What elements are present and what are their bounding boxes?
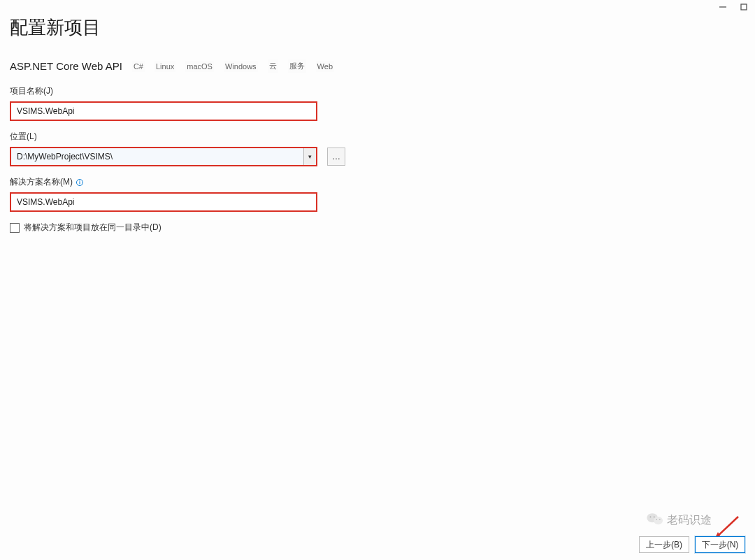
svg-point-6 xyxy=(654,517,663,524)
watermark-text: 老码识途 xyxy=(667,513,712,528)
same-directory-label: 将解决方案和项目放在同一目录中(D) xyxy=(24,222,161,234)
location-combobox[interactable]: ▾ xyxy=(10,147,317,166)
same-directory-row[interactable]: 将解决方案和项目放在同一目录中(D) xyxy=(10,222,745,234)
svg-rect-4 xyxy=(79,182,80,184)
template-tag: Windows xyxy=(224,61,258,72)
template-tag: 云 xyxy=(268,59,278,73)
location-dropdown-button[interactable]: ▾ xyxy=(303,148,316,165)
same-directory-checkbox[interactable] xyxy=(10,223,20,233)
template-tag: C# xyxy=(132,61,145,72)
project-name-label: 项目名称(J) xyxy=(10,85,745,97)
svg-point-3 xyxy=(79,180,80,181)
solution-name-input[interactable] xyxy=(10,192,317,212)
page-title: 配置新项目 xyxy=(10,15,745,40)
minimize-button[interactable] xyxy=(719,3,727,11)
wechat-icon xyxy=(646,510,664,531)
template-tag: Web xyxy=(316,61,334,72)
back-button[interactable]: 上一步(B) xyxy=(639,536,689,553)
chevron-down-icon: ▾ xyxy=(308,153,312,160)
solution-name-label: 解决方案名称(M) xyxy=(10,176,73,188)
maximize-button[interactable] xyxy=(740,3,748,11)
watermark: 老码识途 xyxy=(646,510,712,531)
template-tag: Linux xyxy=(154,61,175,72)
location-input[interactable] xyxy=(11,148,303,165)
template-row: ASP.NET Core Web API C# Linux macOS Wind… xyxy=(10,59,745,73)
template-tag: macOS xyxy=(185,61,214,72)
project-name-group: 项目名称(J) xyxy=(10,85,745,121)
location-group: 位置(L) ▾ … xyxy=(10,131,745,166)
template-tag: 服务 xyxy=(288,59,306,73)
svg-point-7 xyxy=(650,516,652,517)
wizard-footer: 上一步(B) 下一步(N) xyxy=(639,536,745,553)
info-icon[interactable] xyxy=(76,178,84,187)
wizard-content: 配置新项目 ASP.NET Core Web API C# Linux macO… xyxy=(0,0,755,234)
svg-point-9 xyxy=(656,519,657,520)
location-label: 位置(L) xyxy=(10,131,745,143)
svg-point-10 xyxy=(659,519,660,520)
template-name: ASP.NET Core Web API xyxy=(10,60,122,72)
next-button[interactable]: 下一步(N) xyxy=(695,536,745,553)
browse-button[interactable]: … xyxy=(327,148,345,166)
svg-rect-1 xyxy=(741,4,747,10)
solution-name-group: 解决方案名称(M) xyxy=(10,176,745,212)
project-name-input[interactable] xyxy=(10,101,317,121)
svg-point-8 xyxy=(654,516,655,517)
